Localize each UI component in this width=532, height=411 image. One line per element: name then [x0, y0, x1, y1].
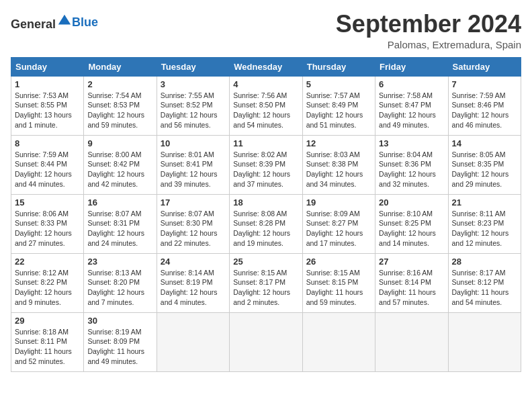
day-number: 22 [15, 257, 80, 267]
header: General Blue September 2024 Palomas, Ext… [11, 11, 521, 50]
table-row: 29Sunrise: 8:18 AM Sunset: 8:11 PM Dayli… [11, 312, 84, 371]
day-info: Sunrise: 8:07 AM Sunset: 8:31 PM Dayligh… [87, 209, 152, 248]
title-section: September 2024 Palomas, Extremadura, Spa… [336, 11, 521, 50]
table-row: 11Sunrise: 8:02 AM Sunset: 8:39 PM Dayli… [230, 135, 302, 194]
table-row: 20Sunrise: 8:10 AM Sunset: 8:25 PM Dayli… [375, 194, 448, 253]
col-saturday: Saturday [448, 57, 521, 76]
day-info: Sunrise: 8:11 AM Sunset: 8:23 PM Dayligh… [452, 209, 517, 248]
table-row: 5Sunrise: 7:57 AM Sunset: 8:49 PM Daylig… [302, 76, 375, 135]
table-row: 28Sunrise: 8:17 AM Sunset: 8:12 PM Dayli… [448, 253, 521, 312]
day-info: Sunrise: 7:55 AM Sunset: 8:52 PM Dayligh… [161, 91, 226, 130]
calendar-header-row: Sunday Monday Tuesday Wednesday Thursday… [11, 57, 521, 76]
table-row [302, 312, 375, 371]
location: Palomas, Extremadura, Spain [336, 39, 521, 50]
day-info: Sunrise: 7:59 AM Sunset: 8:46 PM Dayligh… [452, 91, 517, 130]
table-row: 10Sunrise: 8:01 AM Sunset: 8:41 PM Dayli… [157, 135, 229, 194]
calendar-week-row: 29Sunrise: 8:18 AM Sunset: 8:11 PM Dayli… [11, 312, 521, 371]
day-number: 11 [233, 138, 298, 148]
table-row: 16Sunrise: 8:07 AM Sunset: 8:31 PM Dayli… [84, 194, 157, 253]
calendar-week-row: 22Sunrise: 8:12 AM Sunset: 8:22 PM Dayli… [11, 253, 521, 312]
day-info: Sunrise: 8:15 AM Sunset: 8:17 PM Dayligh… [233, 268, 298, 308]
table-row: 15Sunrise: 8:06 AM Sunset: 8:33 PM Dayli… [11, 194, 84, 253]
logo: General Blue [11, 13, 98, 32]
day-info: Sunrise: 8:02 AM Sunset: 8:39 PM Dayligh… [233, 150, 298, 189]
table-row: 8Sunrise: 7:59 AM Sunset: 8:44 PM Daylig… [11, 135, 84, 194]
day-number: 15 [15, 197, 80, 208]
day-number: 5 [306, 79, 371, 89]
day-number: 19 [306, 197, 371, 208]
table-row: 26Sunrise: 8:15 AM Sunset: 8:15 PM Dayli… [302, 253, 375, 312]
table-row [230, 312, 302, 371]
table-row [375, 312, 448, 371]
day-info: Sunrise: 8:08 AM Sunset: 8:28 PM Dayligh… [233, 209, 298, 248]
day-info: Sunrise: 8:14 AM Sunset: 8:19 PM Dayligh… [161, 268, 226, 308]
table-row: 23Sunrise: 8:13 AM Sunset: 8:20 PM Dayli… [84, 253, 157, 312]
day-number: 16 [87, 197, 152, 208]
col-thursday: Thursday [302, 57, 375, 76]
day-info: Sunrise: 8:19 AM Sunset: 8:09 PM Dayligh… [87, 327, 152, 367]
day-info: Sunrise: 8:01 AM Sunset: 8:41 PM Dayligh… [161, 150, 226, 189]
table-row: 7Sunrise: 7:59 AM Sunset: 8:46 PM Daylig… [448, 76, 521, 135]
table-row: 18Sunrise: 8:08 AM Sunset: 8:28 PM Dayli… [230, 194, 302, 253]
day-info: Sunrise: 8:17 AM Sunset: 8:12 PM Dayligh… [452, 268, 517, 308]
day-number: 24 [161, 257, 226, 267]
calendar-table: Sunday Monday Tuesday Wednesday Thursday… [11, 57, 521, 372]
day-info: Sunrise: 8:07 AM Sunset: 8:30 PM Dayligh… [161, 209, 226, 248]
day-number: 6 [379, 79, 444, 89]
day-info: Sunrise: 8:05 AM Sunset: 8:35 PM Dayligh… [452, 150, 517, 189]
svg-marker-0 [58, 15, 71, 25]
table-row: 27Sunrise: 8:16 AM Sunset: 8:14 PM Dayli… [375, 253, 448, 312]
month-year: September 2024 [336, 11, 521, 38]
day-number: 3 [161, 79, 226, 89]
day-number: 2 [87, 79, 152, 89]
day-number: 9 [87, 138, 152, 148]
table-row: 19Sunrise: 8:09 AM Sunset: 8:27 PM Dayli… [302, 194, 375, 253]
table-row: 17Sunrise: 8:07 AM Sunset: 8:30 PM Dayli… [157, 194, 229, 253]
col-friday: Friday [375, 57, 448, 76]
day-number: 17 [161, 197, 226, 208]
table-row: 4Sunrise: 7:56 AM Sunset: 8:50 PM Daylig… [230, 76, 302, 135]
col-tuesday: Tuesday [157, 57, 229, 76]
day-number: 25 [233, 257, 298, 267]
day-number: 30 [87, 316, 152, 326]
day-number: 27 [379, 257, 444, 267]
table-row: 21Sunrise: 8:11 AM Sunset: 8:23 PM Dayli… [448, 194, 521, 253]
day-number: 10 [161, 138, 226, 148]
day-info: Sunrise: 8:15 AM Sunset: 8:15 PM Dayligh… [306, 268, 371, 308]
day-info: Sunrise: 7:58 AM Sunset: 8:47 PM Dayligh… [379, 91, 444, 130]
logo-general: General [11, 17, 56, 31]
table-row: 9Sunrise: 8:00 AM Sunset: 8:42 PM Daylig… [84, 135, 157, 194]
day-info: Sunrise: 8:10 AM Sunset: 8:25 PM Dayligh… [379, 209, 444, 248]
table-row: 22Sunrise: 8:12 AM Sunset: 8:22 PM Dayli… [11, 253, 84, 312]
day-number: 18 [233, 197, 298, 208]
table-row: 25Sunrise: 8:15 AM Sunset: 8:17 PM Dayli… [230, 253, 302, 312]
day-info: Sunrise: 8:04 AM Sunset: 8:36 PM Dayligh… [379, 150, 444, 189]
col-sunday: Sunday [11, 57, 84, 76]
day-number: 20 [379, 197, 444, 208]
day-number: 7 [452, 79, 517, 89]
day-info: Sunrise: 8:18 AM Sunset: 8:11 PM Dayligh… [15, 327, 80, 367]
day-number: 21 [452, 197, 517, 208]
table-row [157, 312, 229, 371]
day-info: Sunrise: 8:03 AM Sunset: 8:38 PM Dayligh… [306, 150, 371, 189]
day-info: Sunrise: 8:00 AM Sunset: 8:42 PM Dayligh… [87, 150, 152, 189]
table-row: 24Sunrise: 8:14 AM Sunset: 8:19 PM Dayli… [157, 253, 229, 312]
logo-blue: Blue [72, 15, 98, 30]
day-info: Sunrise: 7:54 AM Sunset: 8:53 PM Dayligh… [87, 91, 152, 130]
col-wednesday: Wednesday [230, 57, 302, 76]
day-number: 23 [87, 257, 152, 267]
table-row: 30Sunrise: 8:19 AM Sunset: 8:09 PM Dayli… [84, 312, 157, 371]
day-number: 14 [452, 138, 517, 148]
day-info: Sunrise: 7:57 AM Sunset: 8:49 PM Dayligh… [306, 91, 371, 130]
day-info: Sunrise: 7:53 AM Sunset: 8:55 PM Dayligh… [15, 91, 80, 130]
table-row: 13Sunrise: 8:04 AM Sunset: 8:36 PM Dayli… [375, 135, 448, 194]
calendar-week-row: 8Sunrise: 7:59 AM Sunset: 8:44 PM Daylig… [11, 135, 521, 194]
day-number: 12 [306, 138, 371, 148]
day-number: 28 [452, 257, 517, 267]
day-info: Sunrise: 7:56 AM Sunset: 8:50 PM Dayligh… [233, 91, 298, 130]
day-info: Sunrise: 7:59 AM Sunset: 8:44 PM Dayligh… [15, 150, 80, 189]
logo-icon [57, 13, 72, 28]
calendar-week-row: 15Sunrise: 8:06 AM Sunset: 8:33 PM Dayli… [11, 194, 521, 253]
table-row: 12Sunrise: 8:03 AM Sunset: 8:38 PM Dayli… [302, 135, 375, 194]
table-row: 3Sunrise: 7:55 AM Sunset: 8:52 PM Daylig… [157, 76, 229, 135]
